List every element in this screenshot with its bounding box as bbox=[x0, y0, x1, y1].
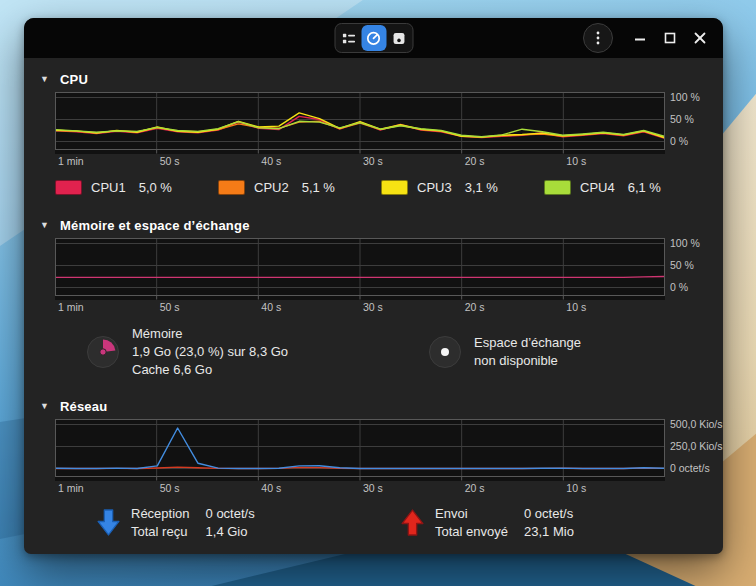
collapse-triangle-icon: ▼ bbox=[40, 402, 49, 411]
memory-cache-value: Cache 6,6 Go bbox=[132, 361, 288, 379]
network-history-plot bbox=[55, 419, 665, 481]
envoi-block: Envoi 0 octet/s Total envoyé 23,1 Mio bbox=[400, 505, 704, 540]
network-legend: Réception 0 octet/s Total reçu 1,4 Gio E… bbox=[40, 505, 707, 540]
cpu3-label: CPU3 bbox=[417, 180, 452, 195]
process-list-icon bbox=[341, 31, 356, 46]
minimize-button[interactable] bbox=[625, 23, 655, 53]
cpu1-color-swatch bbox=[55, 180, 82, 195]
reception-block: Réception 0 octet/s Total reçu 1,4 Gio bbox=[96, 505, 400, 540]
view-switcher bbox=[334, 23, 413, 53]
maximize-icon bbox=[663, 31, 677, 45]
reception-rate: 0 octet/s bbox=[206, 505, 255, 522]
kebab-menu-icon bbox=[591, 30, 605, 46]
collapse-triangle-icon: ▼ bbox=[40, 75, 49, 84]
cpu-legend: CPU1 5,0 % CPU2 5,1 % CPU3 3,1 % CPU4 6,… bbox=[55, 176, 707, 198]
network-section-header[interactable]: ▼ Réseau bbox=[40, 393, 707, 419]
memory-legend: Mémoire 1,9 Go (23,0 %) sur 8,3 Go Cache… bbox=[40, 325, 707, 379]
tab-resources[interactable] bbox=[361, 25, 386, 51]
upload-arrow-icon bbox=[400, 509, 425, 536]
network-section-title: Réseau bbox=[60, 399, 107, 414]
total-received-label: Total reçu bbox=[131, 523, 190, 540]
total-sent-value: 23,1 Mio bbox=[524, 523, 574, 540]
network-x-axis-labels: 1 min50 s40 s30 s20 s10 s bbox=[55, 481, 665, 496]
collapse-triangle-icon: ▼ bbox=[40, 221, 49, 230]
cpu2-color-swatch bbox=[218, 180, 245, 195]
cpu4-label: CPU4 bbox=[580, 180, 615, 195]
primary-menu-button[interactable] bbox=[583, 23, 613, 53]
memory-chart: 1 min50 s40 s30 s20 s10 s 100 %50 %0 % bbox=[55, 238, 707, 315]
reception-label: Réception bbox=[131, 505, 190, 522]
close-icon bbox=[693, 31, 707, 45]
total-received-value: 1,4 Gio bbox=[206, 523, 255, 540]
cpu-x-axis-labels: 1 min50 s40 s30 s20 s10 s bbox=[55, 154, 665, 169]
cpu4-legend-item: CPU4 6,1 % bbox=[544, 180, 707, 195]
minimize-icon bbox=[633, 31, 647, 45]
resources-view: ▼ CPU 1 min50 s40 s30 s20 s10 s 100 %50 … bbox=[24, 66, 723, 546]
cpu-chart: 1 min50 s40 s30 s20 s10 s 100 %50 %0 % bbox=[55, 92, 707, 169]
cpu-section-title: CPU bbox=[60, 72, 88, 87]
tab-file-systems[interactable] bbox=[386, 25, 411, 51]
swap-status: non disponible bbox=[474, 352, 581, 370]
cpu1-value: 5,0 % bbox=[139, 180, 172, 195]
cpu-section-header[interactable]: ▼ CPU bbox=[40, 66, 707, 92]
memory-usage-block: Mémoire 1,9 Go (23,0 %) sur 8,3 Go Cache… bbox=[86, 325, 382, 379]
cpu2-value: 5,1 % bbox=[302, 180, 335, 195]
cpu2-legend-item: CPU2 5,1 % bbox=[218, 180, 381, 195]
maximize-button[interactable] bbox=[655, 23, 685, 53]
total-sent-label: Total envoyé bbox=[435, 523, 508, 540]
close-button[interactable] bbox=[685, 23, 715, 53]
cpu3-color-swatch bbox=[381, 180, 408, 195]
swap-label: Espace d’échange bbox=[474, 334, 581, 352]
network-chart: 1 min50 s40 s30 s20 s10 s 500,0 Kio/s250… bbox=[55, 419, 707, 496]
titlebar[interactable] bbox=[24, 18, 723, 58]
memory-section-header[interactable]: ▼ Mémoire et espace d’échange bbox=[40, 212, 707, 238]
cpu2-label: CPU2 bbox=[254, 180, 289, 195]
system-monitor-window: ▼ CPU 1 min50 s40 s30 s20 s10 s 100 %50 … bbox=[24, 18, 723, 554]
cpu3-legend-item: CPU3 3,1 % bbox=[381, 180, 544, 195]
swap-block: Espace d’échange non disponible bbox=[428, 334, 581, 370]
cpu1-label: CPU1 bbox=[91, 180, 126, 195]
memory-section-title: Mémoire et espace d’échange bbox=[60, 218, 250, 233]
swap-pie-icon bbox=[428, 335, 462, 369]
memory-pie-icon bbox=[86, 335, 120, 369]
cpu-y-axis-labels: 100 %50 %0 % bbox=[665, 92, 707, 154]
memory-history-plot bbox=[55, 238, 665, 300]
tab-processes[interactable] bbox=[336, 25, 361, 51]
cpu1-legend-item: CPU1 5,0 % bbox=[55, 180, 218, 195]
download-arrow-icon bbox=[96, 509, 121, 536]
speedometer-icon bbox=[366, 30, 382, 46]
network-y-axis-labels: 500,0 Kio/s250,0 Kio/s0 octet/s bbox=[665, 419, 707, 481]
cpu4-color-swatch bbox=[544, 180, 571, 195]
cpu-history-plot bbox=[55, 92, 665, 154]
memory-x-axis-labels: 1 min50 s40 s30 s20 s10 s bbox=[55, 300, 665, 315]
disk-icon bbox=[391, 31, 406, 46]
envoi-rate: 0 octet/s bbox=[524, 505, 574, 522]
memory-y-axis-labels: 100 %50 %0 % bbox=[665, 238, 707, 300]
cpu3-value: 3,1 % bbox=[465, 180, 498, 195]
envoi-label: Envoi bbox=[435, 505, 508, 522]
titlebar-controls bbox=[583, 18, 715, 58]
cpu4-value: 6,1 % bbox=[628, 180, 661, 195]
memory-label: Mémoire bbox=[132, 325, 288, 343]
memory-usage-value: 1,9 Go (23,0 %) sur 8,3 Go bbox=[132, 343, 288, 361]
